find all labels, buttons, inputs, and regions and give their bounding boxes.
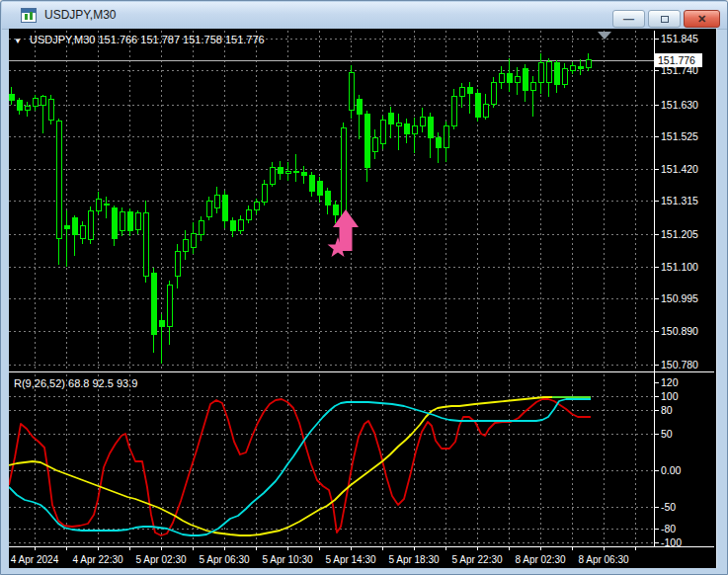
oscillator-line-yellow <box>9 397 559 535</box>
svg-text:151.420: 151.420 <box>661 163 698 175</box>
oscillator-label: R(9,26,52) 68.8 92.5 93.9 <box>14 377 137 389</box>
grid-lines <box>9 31 654 545</box>
svg-text:151.776: 151.776 <box>658 54 695 66</box>
oscillator-line-red <box>9 399 591 535</box>
time-axis: 4 Apr 20244 Apr 22:305 Apr 02:305 Apr 06… <box>11 546 636 565</box>
chart-canvas[interactable]: 151.845151.740151.630151.525151.420151.3… <box>9 29 716 568</box>
svg-text:150.995: 150.995 <box>661 292 698 304</box>
svg-text:150.890: 150.890 <box>661 325 698 337</box>
chart-header: ▼ USDJPY,M30 151.766 151.787 151.758 151… <box>14 34 265 45</box>
restore-icon <box>661 16 669 23</box>
chart-client-area[interactable]: 151.845151.740151.630151.525151.420151.3… <box>9 29 716 568</box>
svg-text:5 Apr 14:30: 5 Apr 14:30 <box>325 554 376 565</box>
svg-text:151.205: 151.205 <box>661 228 698 240</box>
svg-text:-100: -100 <box>661 536 682 548</box>
oscillator-lines <box>9 397 591 535</box>
svg-text:8 Apr 06:30: 8 Apr 06:30 <box>578 554 629 565</box>
svg-text:5 Apr 10:30: 5 Apr 10:30 <box>262 554 313 565</box>
svg-text:50: 50 <box>661 428 673 440</box>
chart-shift-marker <box>598 32 611 40</box>
svg-text:151.630: 151.630 <box>661 99 698 111</box>
svg-text:100: 100 <box>661 390 679 402</box>
svg-text:5 Apr 18:30: 5 Apr 18:30 <box>388 554 440 565</box>
svg-text:151.315: 151.315 <box>661 195 698 206</box>
svg-text:151.845: 151.845 <box>661 33 698 44</box>
chevron-down-icon[interactable]: ▼ <box>14 37 22 45</box>
restore-button[interactable] <box>648 10 681 28</box>
buy-signal-marker <box>328 209 360 257</box>
oscillator-axis-labels: 12010080500.00-50-80-100 <box>654 376 682 548</box>
chart-window: USDJPY,M30 — ✕ 151.845151.740151.630151.… <box>0 0 728 575</box>
title-bar[interactable]: USDJPY,M30 — ✕ <box>2 2 728 30</box>
svg-text:0.00: 0.00 <box>661 464 682 476</box>
svg-text:151.100: 151.100 <box>661 261 698 273</box>
svg-text:-50: -50 <box>661 501 676 513</box>
chart-window-icon <box>21 8 37 23</box>
minimize-button[interactable]: — <box>612 10 645 28</box>
svg-text:5 Apr 02:30: 5 Apr 02:30 <box>135 554 187 565</box>
svg-text:5 Apr 22:30: 5 Apr 22:30 <box>451 554 503 565</box>
svg-text:120: 120 <box>661 376 679 388</box>
svg-text:151.525: 151.525 <box>661 130 698 142</box>
svg-text:4 Apr 22:30: 4 Apr 22:30 <box>72 554 123 565</box>
candles <box>9 53 591 364</box>
window-title: USDJPY,M30 <box>44 8 116 22</box>
svg-text:150.780: 150.780 <box>661 359 698 370</box>
close-button[interactable]: ✕ <box>684 10 720 28</box>
svg-text:8 Apr 02:30: 8 Apr 02:30 <box>515 554 566 565</box>
svg-text:5 Apr 06:30: 5 Apr 06:30 <box>199 554 250 565</box>
svg-text:-80: -80 <box>661 523 676 534</box>
window-inner-border <box>716 29 717 568</box>
oscillator-line-cyan <box>9 399 591 535</box>
svg-text:80: 80 <box>661 404 673 416</box>
svg-text:4 Apr 2024: 4 Apr 2024 <box>11 554 59 565</box>
price-axis-labels: 151.845151.740151.630151.525151.420151.3… <box>654 33 702 370</box>
chart-header-ohlc: USDJPY,M30 151.766 151.787 151.758 151.7… <box>30 34 265 45</box>
